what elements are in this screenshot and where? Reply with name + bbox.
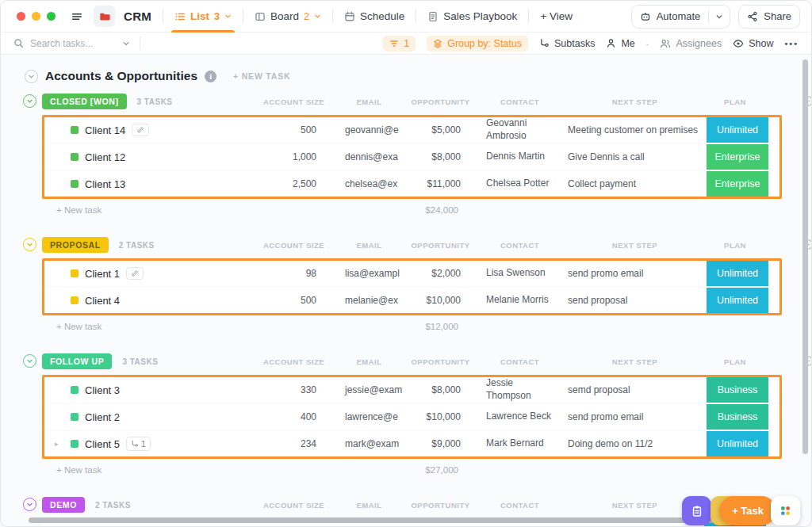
- cell-contact[interactable]: Chelsea Potter: [477, 178, 568, 190]
- space-tile[interactable]: [94, 6, 115, 27]
- share-button[interactable]: Share: [738, 5, 800, 29]
- collapse-group-icon[interactable]: [23, 354, 36, 368]
- cell-opportunity[interactable]: $10,000: [409, 411, 477, 422]
- cell-contact[interactable]: Melanie Morris: [477, 294, 568, 307]
- table-row[interactable]: ▸ Client 5 1 234 mark@exam $9,000 Mark B…: [44, 431, 779, 456]
- cell-opportunity[interactable]: $10,000: [409, 295, 477, 306]
- cell-contact[interactable]: Lisa Swenson: [477, 267, 568, 280]
- status-square-icon[interactable]: [71, 180, 79, 188]
- me-filter[interactable]: Me: [606, 38, 634, 49]
- column-header-email[interactable]: EMAIL: [331, 241, 407, 250]
- cell-next-step[interactable]: Collect payment: [568, 178, 707, 189]
- expand-subtasks-icon[interactable]: ▸: [55, 440, 59, 448]
- status-badge[interactable]: CLOSED [WON]: [42, 94, 127, 109]
- notepad-button[interactable]: [682, 496, 711, 525]
- show-button[interactable]: Show: [733, 38, 773, 49]
- group-by-button[interactable]: Group by: Status: [427, 36, 528, 52]
- cell-email[interactable]: mark@exam: [334, 438, 409, 449]
- cell-next-step[interactable]: Give Dennis a call: [568, 151, 707, 162]
- status-badge[interactable]: FOLLOW UP: [42, 353, 112, 369]
- more-options-button[interactable]: •••: [784, 39, 799, 48]
- column-header-opportunity[interactable]: OPPORTUNITY: [407, 241, 474, 250]
- task-name[interactable]: Client 14: [85, 124, 125, 136]
- sidebar-toggle-icon[interactable]: [71, 11, 82, 22]
- status-badge[interactable]: PROPOSAL: [42, 237, 109, 253]
- task-name[interactable]: Client 5: [85, 438, 120, 450]
- column-header-contact[interactable]: CONTACT: [474, 241, 565, 250]
- column-header-next-step[interactable]: NEXT STEP: [565, 241, 704, 250]
- plan-badge[interactable]: Unlimited: [707, 117, 768, 143]
- subtask-count-badge[interactable]: 1: [126, 437, 151, 451]
- status-badge[interactable]: DEMO: [42, 497, 85, 513]
- cell-email[interactable]: melanie@ex: [334, 295, 409, 306]
- table-row[interactable]: Client 14 500 geovanni@e $5,000 Geovanni…: [44, 117, 779, 143]
- cell-next-step[interactable]: Doing demo on 11/2: [568, 438, 707, 449]
- column-header-next-step[interactable]: NEXT STEP: [565, 357, 704, 366]
- task-name[interactable]: Client 13: [85, 178, 125, 190]
- close-window-button[interactable]: [17, 12, 25, 21]
- automate-button[interactable]: Automate: [631, 5, 731, 29]
- collapse-group-icon[interactable]: [23, 94, 36, 108]
- tab-schedule[interactable]: Schedule: [333, 1, 416, 32]
- table-row[interactable]: Client 3 330 jessie@exam $8,000 Jessie T…: [44, 377, 779, 403]
- new-task-button[interactable]: + New task: [42, 322, 256, 331]
- task-name[interactable]: Client 4: [85, 295, 120, 307]
- plan-badge[interactable]: Unlimited: [707, 261, 768, 286]
- subtasks-toggle[interactable]: Subtasks: [539, 38, 595, 49]
- column-header-next-step[interactable]: NEXT STEP: [565, 97, 704, 106]
- cell-next-step[interactable]: send promo email: [568, 268, 707, 279]
- automate-dropdown-button[interactable]: [709, 13, 730, 21]
- cell-contact[interactable]: Geovanni Ambrosio: [477, 117, 568, 142]
- column-header-account-size[interactable]: ACCOUNT SIZE: [256, 97, 331, 106]
- column-header-contact[interactable]: CONTACT: [474, 97, 565, 106]
- cell-email[interactable]: lisa@exampl: [334, 268, 409, 279]
- cell-opportunity[interactable]: $2,000: [409, 268, 477, 279]
- column-header-email[interactable]: EMAIL: [331, 97, 407, 106]
- column-header-opportunity[interactable]: OPPORTUNITY: [407, 357, 474, 366]
- tab-list[interactable]: List 3: [163, 1, 243, 32]
- cell-next-step[interactable]: Meeting customer on premises: [568, 124, 707, 136]
- minimize-window-button[interactable]: [32, 12, 40, 21]
- cell-contact[interactable]: Jessie Thompson: [477, 377, 568, 402]
- cell-opportunity[interactable]: $9,000: [409, 438, 477, 449]
- cell-next-step[interactable]: send promo email: [568, 411, 707, 422]
- table-row[interactable]: Client 2 400 lawrence@e $10,000 Lawrence…: [44, 404, 779, 430]
- column-header-contact[interactable]: CONTACT: [474, 357, 565, 366]
- cell-account-size[interactable]: 98: [259, 268, 334, 279]
- table-row[interactable]: Client 1 98 lisa@exampl $2,000 Lisa Swen…: [44, 261, 779, 286]
- cell-opportunity[interactable]: $8,000: [409, 384, 477, 395]
- cell-account-size[interactable]: 500: [259, 124, 334, 136]
- new-task-button[interactable]: + NEW TASK: [233, 71, 290, 81]
- column-header-contact[interactable]: CONTACT: [474, 501, 565, 510]
- plan-badge[interactable]: Unlimited: [707, 288, 768, 313]
- column-header-plan[interactable]: PLAN: [704, 241, 766, 250]
- assignees-filter[interactable]: Assignees: [660, 38, 722, 49]
- new-task-button[interactable]: + New task: [42, 205, 256, 215]
- cell-contact[interactable]: Mark Bernard: [477, 437, 568, 450]
- task-name[interactable]: Client 12: [85, 151, 125, 163]
- column-header-email[interactable]: EMAIL: [331, 501, 407, 510]
- status-square-icon[interactable]: [71, 126, 79, 134]
- cell-email[interactable]: jessie@exam: [334, 384, 409, 395]
- add-view-button[interactable]: + View: [529, 1, 584, 32]
- status-square-icon[interactable]: [71, 386, 79, 394]
- cell-account-size[interactable]: 500: [259, 295, 334, 306]
- column-header-email[interactable]: EMAIL: [331, 357, 407, 366]
- table-row[interactable]: Client 12 1,000 dennis@exa $8,000 Dennis…: [44, 144, 779, 170]
- chevron-down-icon[interactable]: [122, 40, 130, 48]
- status-square-icon[interactable]: [71, 296, 79, 304]
- cell-opportunity[interactable]: $5,000: [409, 124, 477, 136]
- add-task-button[interactable]: + Task: [719, 496, 776, 525]
- column-header-account-size[interactable]: ACCOUNT SIZE: [256, 241, 331, 250]
- maximize-window-button[interactable]: [47, 12, 56, 21]
- info-icon[interactable]: i: [205, 71, 216, 82]
- tab-board[interactable]: Board 2: [243, 1, 332, 32]
- column-header-opportunity[interactable]: OPPORTUNITY: [407, 97, 474, 106]
- filter-button[interactable]: 1: [383, 36, 416, 52]
- status-square-icon[interactable]: [71, 269, 79, 277]
- cell-opportunity[interactable]: $11,000: [409, 178, 477, 189]
- apps-button[interactable]: [771, 496, 800, 525]
- collapse-group-icon[interactable]: [23, 238, 36, 251]
- task-name[interactable]: Client 3: [85, 384, 120, 396]
- cell-next-step[interactable]: semd proposal: [568, 384, 707, 395]
